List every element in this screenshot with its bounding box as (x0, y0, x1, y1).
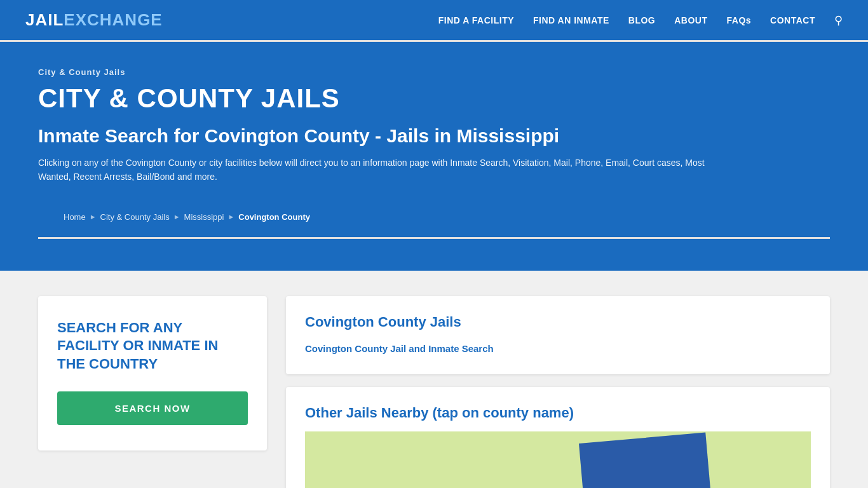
nearby-jails-card: Other Jails Nearby (tap on county name) … (286, 387, 830, 488)
nav-blog[interactable]: BLOG (628, 15, 655, 25)
right-content: Covington County Jails Covington County … (286, 296, 830, 488)
county-jails-title: Covington County Jails (305, 314, 811, 330)
logo-link[interactable]: JAILEXCHANGE (25, 10, 163, 30)
sidebar: SEARCH FOR ANY FACILITY OR INMATE IN THE… (38, 296, 267, 451)
breadcrumb-sep-1: ► (90, 213, 97, 220)
hero-description: Clicking on any of the Covington County … (38, 156, 737, 184)
logo-jail: JAIL (25, 10, 64, 30)
hero-h1: CITY & COUNTY JAILS (38, 83, 830, 114)
logo-exchange: EXCHANGE (64, 10, 162, 30)
nearby-jails-title: Other Jails Nearby (tap on county name) (305, 405, 811, 421)
search-card: SEARCH FOR ANY FACILITY OR INMATE IN THE… (38, 296, 267, 451)
nav-links: FIND A FACILITY FIND AN INMATE BLOG ABOU… (438, 13, 843, 27)
breadcrumb-sep-3: ► (227, 213, 234, 220)
map-background: Smith (305, 431, 811, 488)
map-container: Smith (305, 431, 811, 488)
nav-faqs[interactable]: FAQs (727, 15, 752, 25)
breadcrumb: Home ► City & County Jails ► Mississippi… (38, 197, 830, 239)
hero-section: City & County Jails CITY & COUNTY JAILS … (0, 42, 868, 271)
breadcrumb-current: Covington County (238, 212, 310, 222)
nav-contact[interactable]: CONTACT (770, 15, 815, 25)
main-content: SEARCH FOR ANY FACILITY OR INMATE IN THE… (0, 271, 868, 488)
smith-county-shape[interactable]: Smith (579, 432, 715, 488)
breadcrumb-home[interactable]: Home (64, 212, 86, 222)
nav-find-facility[interactable]: FIND A FACILITY (438, 15, 514, 25)
search-card-title: SEARCH FOR ANY FACILITY OR INMATE IN THE… (57, 319, 248, 374)
breadcrumb-city-county[interactable]: City & County Jails (100, 212, 170, 222)
breadcrumb-state[interactable]: Mississippi (184, 212, 224, 222)
breadcrumb-sep-2: ► (173, 213, 180, 220)
county-jail-link[interactable]: Covington County Jail and Inmate Search (305, 341, 494, 356)
hero-h2: Inmate Search for Covington County - Jai… (38, 125, 830, 147)
search-icon[interactable]: ⚲ (834, 14, 843, 27)
county-jails-card: Covington County Jails Covington County … (286, 296, 830, 374)
nav-find-inmate[interactable]: FIND AN INMATE (533, 15, 609, 25)
hero-category: City & County Jails (38, 67, 830, 77)
nav-about[interactable]: ABOUT (674, 15, 707, 25)
search-now-button[interactable]: SEARCH NOW (57, 391, 248, 425)
main-nav: JAILEXCHANGE FIND A FACILITY FIND AN INM… (0, 0, 868, 42)
